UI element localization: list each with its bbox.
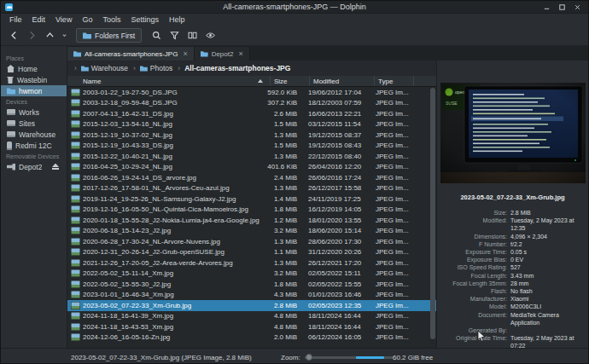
file-type: JPEG Im... [376, 205, 415, 213]
file-row[interactable]: 2020-01-18_15-55-28_J2-Nokia-Lumia-ja4-e… [67, 215, 436, 226]
close-button[interactable] [573, 3, 582, 12]
back-button[interactable] [6, 28, 21, 43]
menu-item[interactable]: Go [77, 15, 97, 24]
tab-close-icon[interactable]: × [183, 50, 187, 58]
folder-icon [83, 32, 91, 39]
sidebar-item-label: Home [18, 65, 38, 73]
sidebar-item-label: Wastebin [17, 76, 47, 84]
sidebar-item[interactable]: Depot2 [1, 161, 67, 172]
file-row[interactable]: 2007-04-13_16-42-31_DS.jpg 2.6 MiB 16/06… [67, 108, 436, 119]
file-row[interactable]: 2003-01-22_19-27-50_DS.JPG 592.0 KiB 19/… [67, 87, 436, 98]
breadcrumb-segment[interactable]: › Warehouse [71, 64, 130, 72]
tab[interactable]: Depot2 × [195, 47, 250, 61]
file-row[interactable]: 2016-04-25_10-29-24_NL.jpg 401.6 KiB 26/… [67, 162, 436, 173]
preview-eye-icon[interactable] [202, 28, 218, 43]
menu-item[interactable]: Tools [97, 15, 125, 24]
file-row[interactable]: 2020-06-18_15-14-23_J2.jpg 3.2 MiB 18/06… [67, 226, 436, 237]
menu-item[interactable]: Help [164, 15, 190, 24]
file-modified: 18/11/2024 16:44 [308, 323, 373, 331]
file-row[interactable]: 2015-12-03_13-54-16_NL.jpg 1.5 MiB 03/12… [67, 119, 436, 130]
menu-item[interactable]: File [4, 15, 27, 24]
window-title: All-cameras-smartphones-JPG — Dolphin [1, 3, 588, 11]
file-row[interactable]: 2024-11-18_16-43-53_Xm.jpg 4.8 MiB 18/11… [67, 321, 436, 332]
sort-ascending-icon [258, 79, 263, 83]
split-view-icon[interactable] [184, 28, 200, 43]
sidebar-item[interactable]: Warehouse [1, 129, 67, 140]
file-row[interactable]: 2015-12-19_10-43-33_DS.jpg 1.5 MiB 19/12… [67, 141, 436, 152]
sidebar-item[interactable]: Home [1, 63, 67, 74]
tab-close-icon[interactable]: × [238, 50, 242, 58]
menu-item[interactable]: View [50, 15, 77, 24]
file-row[interactable]: 2020-12-31_20-26-14_J2-Grub-openSUSE.jpg… [67, 247, 436, 258]
sidebar-item[interactable]: Wastebin [1, 74, 67, 85]
sidebar-item[interactable]: Works [1, 107, 67, 118]
file-row[interactable]: 2021-12-26_17-20-05_J2-Area-verde-Arvore… [67, 257, 436, 269]
file-row[interactable]: 2024-11-18_16-41-39_Xm.jpg 4.8 MiB 18/11… [67, 311, 436, 322]
folders-first-button[interactable]: Folders First [76, 28, 142, 43]
file-name: 2003-12-18_09-59-48_DS.JPG [83, 99, 264, 107]
file-row[interactable]: 2019-12-16_16-05-50_NL-Quintal-Cica-Mamo… [67, 205, 436, 216]
file-row[interactable]: 2022-05-02_15-55-30_J2.jpg 1.8 MiB 02/05… [67, 279, 436, 290]
file-modified: 18/06/2020 15:14 [308, 227, 373, 234]
file-row[interactable]: 2020-06-28_17-30-24_NL-Arvore-Nuvens.jpg… [67, 236, 436, 247]
file-row[interactable]: 2017-12-26_17-58-01_NL_Arvores-Ceu-azul.… [67, 183, 436, 194]
file-size: 401.6 KiB [266, 163, 306, 170]
file-modified: 18/01/2020 13:55 [308, 217, 373, 224]
file-thumbnail-icon [71, 110, 80, 118]
file-row[interactable]: 2016-06-26_19-24-14_DS_arvore.jpg 2.4 Mi… [67, 172, 436, 183]
eject-icon[interactable] [52, 164, 59, 170]
column-header-name[interactable]: Name [67, 76, 271, 86]
file-size: 1.5 MiB [266, 142, 306, 149]
metadata-value: MediaTek Camera Application [510, 311, 585, 326]
metadata-value: 2.8 MiB [510, 209, 585, 217]
tab-label: All-cameras-smartphones-JPG [85, 50, 178, 58]
search-icon[interactable] [149, 28, 164, 43]
forward-button[interactable] [24, 28, 39, 43]
filter-icon[interactable] [166, 28, 182, 43]
breadcrumb-segment[interactable]: › All-cameras-smartphones-JPG [174, 64, 292, 72]
file-row[interactable]: 2015-12-19_10-37-02_NL.jpg 1.3 MiB 19/12… [67, 130, 436, 141]
slider-handle[interactable] [306, 354, 312, 361]
history-dropdown-icon[interactable] [60, 28, 69, 43]
menu-item[interactable]: Edit [27, 15, 51, 24]
menu-item[interactable]: Settings [125, 15, 164, 24]
file-name: 2024-11-18_16-41-39_Xm.jpg [83, 312, 264, 320]
file-row[interactable]: 2019-11-24_19-25-26_NL-Samsung-Galaxy-J2… [67, 194, 436, 205]
file-type: JPEG Im... [376, 142, 415, 149]
sidebar-item-icon [7, 120, 15, 126]
sidebar-item-label: Depot2 [19, 163, 42, 171]
metadata-value: Tuesday, 2 May 2023 at 12:35 [510, 217, 585, 232]
metadata-list: Size: 2.8 MiB Modified: Tuesday, 2 May 2… [440, 209, 585, 348]
scrollbar-thumb[interactable] [430, 88, 435, 339]
breadcrumb-segment[interactable]: › Photos [130, 64, 174, 72]
column-header-size[interactable]: Size [271, 76, 310, 86]
minimize-button[interactable] [542, 3, 551, 12]
up-button[interactable] [42, 28, 57, 43]
folder-icon [81, 66, 89, 72]
tab[interactable]: All-cameras-smartphones-JPG × [67, 47, 195, 61]
file-row[interactable]: 2023-01-01_16-46-34_Xm.jpg 4.3 MiB 01/01… [67, 290, 436, 301]
file-size: 1.3 MiB [266, 184, 306, 192]
zoom-slider[interactable] [305, 352, 394, 362]
file-thumbnail-icon [71, 131, 80, 139]
file-name: 2020-06-18_15-14-23_J2.jpg [83, 227, 264, 234]
devices-list: Works Sites Warehouse Redmi 12C [1, 107, 67, 151]
sidebar-item[interactable]: Sites [1, 118, 67, 129]
file-row[interactable]: 2003-12-18_09-59-48_DS.JPG 307.2 KiB 18/… [67, 98, 436, 109]
file-row[interactable]: 2023-05-02_07-22-33_Xm-Grub.jpg 2.8 MiB … [67, 300, 436, 311]
sidebar-item[interactable]: Redmi 12C [1, 140, 67, 151]
removable-list: Depot2 [1, 161, 67, 172]
maximize-button[interactable] [557, 3, 567, 12]
file-row[interactable]: 2024-12-06_16-05-16-Zn.jpg 2.0 MiB 06/12… [67, 332, 436, 344]
file-thumbnail-icon [71, 184, 80, 192]
vertical-scrollbar[interactable] [430, 88, 435, 344]
file-size: 307.2 KiB [266, 99, 306, 107]
file-size: 1.3 MiB [266, 238, 306, 246]
file-modified: 22/12/2015 08:40 [308, 153, 373, 160]
column-header-type[interactable]: Type [375, 76, 414, 86]
sidebar-item[interactable]: hwmon [1, 85, 67, 96]
file-row[interactable]: 2022-05-02_15-11-14_Xm.jpg 3.2 MiB 02/05… [67, 269, 436, 280]
column-header-modified[interactable]: Modified [310, 76, 375, 86]
file-row[interactable]: 2015-12-22_10-40-21_NL.jpg 1.3 MiB 22/12… [67, 151, 436, 162]
file-thumbnail-icon [71, 153, 80, 160]
